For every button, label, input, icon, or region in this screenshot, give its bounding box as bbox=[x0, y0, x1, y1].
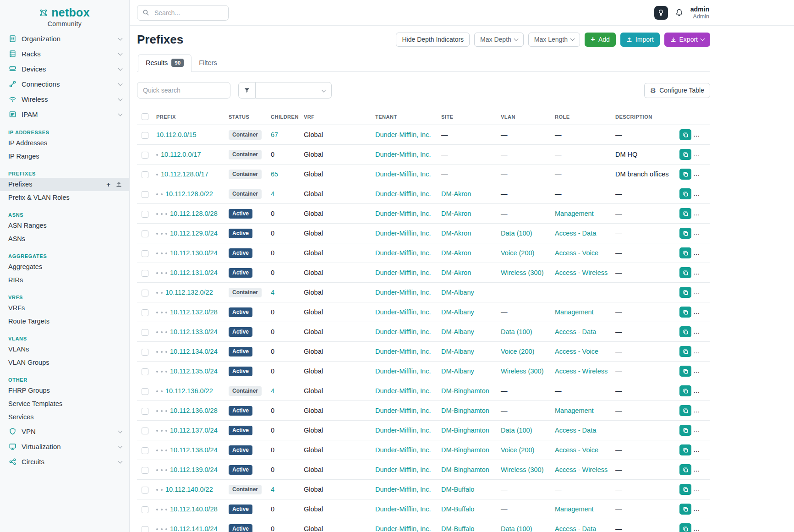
site-link[interactable]: DM-Binghamton bbox=[441, 387, 489, 395]
sidebar-item-circuits[interactable]: Circuits bbox=[0, 454, 129, 469]
role-link[interactable]: Management bbox=[555, 308, 594, 316]
filter-button[interactable] bbox=[238, 82, 256, 99]
children-count-link[interactable]: 4 bbox=[271, 190, 274, 197]
vlan-link[interactable]: Data (100) bbox=[501, 230, 532, 237]
clone-button[interactable] bbox=[679, 149, 691, 160]
edit-button[interactable] bbox=[695, 169, 710, 180]
tenant-link[interactable]: Dunder-Mifflin, Inc. bbox=[375, 249, 431, 257]
tenant-link[interactable]: Dunder-Mifflin, Inc. bbox=[375, 210, 431, 217]
clone-button[interactable] bbox=[679, 346, 691, 357]
prefix-link[interactable]: 10.112.141.0/24 bbox=[170, 525, 218, 532]
clone-button[interactable] bbox=[679, 188, 691, 199]
sidebar-item-vrfs[interactable]: VRFs bbox=[0, 302, 129, 315]
row-checkbox[interactable] bbox=[142, 211, 148, 218]
prefix-link[interactable]: 10.112.138.0/24 bbox=[170, 446, 218, 454]
prefix-link[interactable]: 10.112.137.0/24 bbox=[170, 427, 218, 434]
edit-button[interactable] bbox=[695, 385, 710, 396]
site-link[interactable]: DM-Albany bbox=[441, 367, 474, 375]
export-button[interactable]: Export bbox=[664, 33, 710, 47]
row-checkbox[interactable] bbox=[142, 487, 148, 494]
edit-button[interactable] bbox=[695, 208, 710, 219]
clone-button[interactable] bbox=[679, 287, 691, 298]
edit-button[interactable] bbox=[695, 228, 710, 239]
row-checkbox[interactable] bbox=[142, 368, 148, 375]
children-count-link[interactable]: 4 bbox=[271, 486, 274, 493]
clone-button[interactable] bbox=[679, 129, 691, 140]
tenant-link[interactable]: Dunder-Mifflin, Inc. bbox=[375, 367, 431, 375]
sidebar-item-ip-ranges[interactable]: IP Ranges bbox=[0, 150, 129, 163]
role-link[interactable]: Management bbox=[555, 505, 594, 513]
site-link[interactable]: DM-Binghamton bbox=[441, 427, 489, 434]
edit-button[interactable] bbox=[695, 188, 710, 199]
row-checkbox[interactable] bbox=[142, 467, 148, 474]
tenant-link[interactable]: Dunder-Mifflin, Inc. bbox=[375, 348, 431, 355]
prefix-link[interactable]: 10.112.136.0/28 bbox=[170, 407, 218, 414]
site-link[interactable]: DM-Buffalo bbox=[441, 505, 474, 513]
sidebar-item-services[interactable]: Services bbox=[0, 411, 129, 424]
tenant-link[interactable]: Dunder-Mifflin, Inc. bbox=[375, 289, 431, 296]
tenant-link[interactable]: Dunder-Mifflin, Inc. bbox=[375, 151, 431, 158]
site-link[interactable]: DM-Akron bbox=[441, 230, 471, 237]
children-count-link[interactable]: 4 bbox=[271, 387, 274, 395]
role-link[interactable]: Access - Wireless bbox=[555, 269, 608, 276]
sidebar-item-vpn[interactable]: VPN bbox=[0, 424, 129, 439]
prefix-link[interactable]: 10.112.134.0/24 bbox=[170, 348, 218, 355]
notifications-button[interactable] bbox=[675, 8, 684, 17]
select-all-checkbox[interactable] bbox=[142, 113, 148, 120]
global-search-input[interactable] bbox=[153, 9, 223, 17]
role-link[interactable]: Access - Wireless bbox=[555, 466, 608, 473]
role-link[interactable]: Access - Voice bbox=[555, 249, 598, 257]
clone-button[interactable] bbox=[679, 444, 691, 455]
tab-filters[interactable]: Filters bbox=[192, 54, 224, 71]
role-link[interactable]: Management bbox=[555, 210, 594, 217]
edit-button[interactable] bbox=[695, 267, 710, 278]
max-depth-dropdown[interactable]: Max Depth bbox=[474, 33, 524, 47]
sidebar-item-vlans[interactable]: VLANs bbox=[0, 343, 129, 356]
vlan-link[interactable]: Voice (200) bbox=[501, 249, 534, 257]
clone-button[interactable] bbox=[679, 267, 691, 278]
column-header-children[interactable]: CHILDREN bbox=[267, 110, 300, 125]
children-count-link[interactable]: 65 bbox=[271, 170, 278, 178]
vlan-link[interactable]: Data (100) bbox=[501, 328, 532, 335]
site-link[interactable]: DM-Akron bbox=[441, 249, 471, 257]
prefix-link[interactable]: 10.112.140.0/22 bbox=[165, 486, 213, 493]
tenant-link[interactable]: Dunder-Mifflin, Inc. bbox=[375, 190, 431, 197]
site-link[interactable]: DM-Binghamton bbox=[441, 466, 489, 473]
site-link[interactable]: DM-Buffalo bbox=[441, 486, 474, 493]
sidebar-item-vlan-groups[interactable]: VLAN Groups bbox=[0, 356, 129, 369]
role-link[interactable]: Access - Data bbox=[555, 230, 596, 237]
vlan-link[interactable]: Wireless (300) bbox=[501, 269, 543, 276]
tenant-link[interactable]: Dunder-Mifflin, Inc. bbox=[375, 525, 431, 532]
row-checkbox[interactable] bbox=[142, 349, 148, 356]
role-link[interactable]: Access - Data bbox=[555, 328, 596, 335]
sidebar-item-prefixes[interactable]: Prefixes + bbox=[0, 178, 129, 191]
edit-button[interactable] bbox=[695, 287, 710, 298]
clone-button[interactable] bbox=[679, 405, 691, 416]
edit-button[interactable] bbox=[695, 523, 710, 532]
prefix-link[interactable]: 10.112.132.0/22 bbox=[165, 289, 213, 296]
vlan-link[interactable]: Voice (200) bbox=[501, 348, 534, 355]
edit-button[interactable] bbox=[695, 504, 710, 515]
role-link[interactable]: Management bbox=[555, 407, 594, 414]
clone-button[interactable] bbox=[679, 464, 691, 475]
row-checkbox[interactable] bbox=[142, 526, 148, 532]
vlan-link[interactable]: Data (100) bbox=[501, 427, 532, 434]
prefix-link[interactable]: 10.112.133.0/24 bbox=[170, 328, 218, 335]
edit-button[interactable] bbox=[695, 444, 710, 455]
clone-button[interactable] bbox=[679, 169, 691, 180]
global-search[interactable] bbox=[137, 5, 229, 21]
row-checkbox[interactable] bbox=[142, 506, 148, 513]
row-checkbox[interactable] bbox=[142, 132, 148, 139]
prefix-link[interactable]: 10.112.129.0/24 bbox=[170, 230, 218, 237]
prefix-link[interactable]: 10.112.131.0/24 bbox=[170, 269, 218, 276]
children-count-link[interactable]: 4 bbox=[271, 289, 274, 296]
role-link[interactable]: Access - Wireless bbox=[555, 367, 608, 375]
site-link[interactable]: DM-Akron bbox=[441, 269, 471, 276]
role-link[interactable]: Access - Voice bbox=[555, 348, 598, 355]
clone-button[interactable] bbox=[679, 307, 691, 318]
hide-depth-indicators-button[interactable]: Hide Depth Indicators bbox=[396, 33, 470, 47]
row-checkbox[interactable] bbox=[142, 329, 148, 336]
prefix-link[interactable]: 10.112.128.0/17 bbox=[161, 170, 208, 178]
site-link[interactable]: DM-Akron bbox=[441, 190, 471, 197]
clone-button[interactable] bbox=[679, 208, 691, 219]
